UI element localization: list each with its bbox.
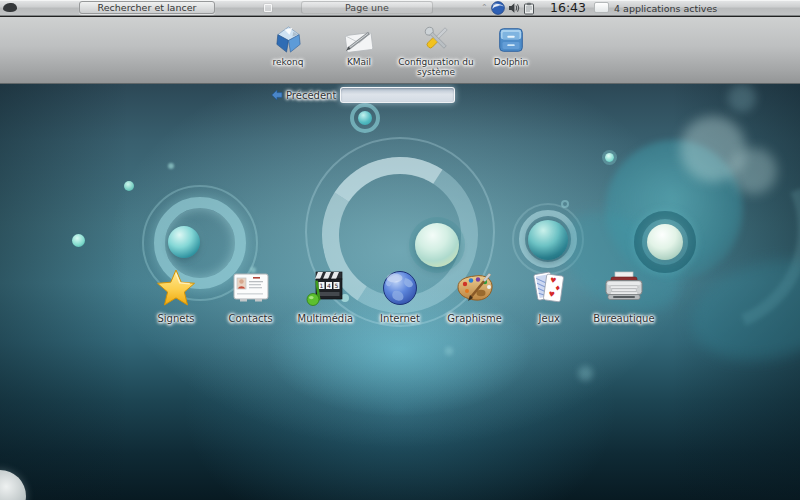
category-label: Internet xyxy=(380,313,420,324)
favorite-kmail[interactable]: KMail xyxy=(324,20,394,78)
search-input[interactable] xyxy=(340,87,455,103)
bubble-dot xyxy=(728,84,756,112)
games-cards-icon: ♥ ♦ ♥ xyxy=(531,266,567,310)
panel-toolbox-icon[interactable] xyxy=(3,3,17,13)
category-label: Bureautique xyxy=(593,313,654,324)
multimedia-clapper-icon: 1 4 5 xyxy=(305,266,345,310)
category-grid: Signets xyxy=(139,266,661,324)
page-tab-label: Page une xyxy=(345,2,389,13)
contacts-card-icon xyxy=(231,266,271,310)
category-contacts[interactable]: Contacts xyxy=(214,266,288,324)
system-settings-icon xyxy=(419,20,454,56)
favorites-strip: rekonq KMail xyxy=(0,17,800,84)
task-count-label[interactable]: 4 applications actives xyxy=(614,3,717,14)
favorite-rekonq[interactable]: rekonq xyxy=(252,20,324,78)
category-multimedia[interactable]: 1 4 5 Multimédia xyxy=(288,266,362,324)
plasma-netbook-screen: Rechercher et lancer Page une ⌃ xyxy=(0,0,800,500)
favorite-label: rekonq xyxy=(273,58,304,68)
clock[interactable]: 16:43 xyxy=(550,0,586,16)
category-graphisme[interactable]: Graphisme xyxy=(438,266,512,324)
graphics-palette-icon xyxy=(454,266,496,310)
category-signets[interactable]: Signets xyxy=(139,266,213,324)
bubble-ball xyxy=(168,226,200,258)
bubble-dot xyxy=(124,181,134,191)
category-label: Contacts xyxy=(229,313,273,324)
window-list-icon[interactable] xyxy=(594,2,609,13)
internet-globe-icon xyxy=(381,266,419,310)
bubble-dot xyxy=(561,200,569,208)
category-label: Graphisme xyxy=(447,313,502,324)
activity-tab-label: Rechercher et lancer xyxy=(98,2,197,13)
svg-text:1: 1 xyxy=(320,282,324,289)
corner-bubble xyxy=(0,470,26,500)
bubble-ball xyxy=(358,111,372,125)
bubble-ball xyxy=(647,224,683,260)
system-tray: ⌃ xyxy=(481,1,535,15)
category-label: Jeux xyxy=(539,313,560,324)
bookmarks-star-icon xyxy=(155,266,197,310)
favorite-system-settings[interactable]: Configuration du système xyxy=(394,20,478,78)
network-globe-icon[interactable] xyxy=(491,1,505,15)
bubble-dot xyxy=(168,163,174,169)
favorite-label: Configuration du système xyxy=(394,58,478,78)
bubble-dot xyxy=(605,153,614,162)
bubble-soft xyxy=(731,148,777,194)
rekonq-icon xyxy=(272,20,305,56)
category-jeux[interactable]: ♥ ♦ ♥ Jeux xyxy=(512,266,586,324)
bubble-dot xyxy=(445,347,453,355)
favorite-label: Dolphin xyxy=(494,58,529,68)
favorites-row: rekonq KMail xyxy=(252,20,544,78)
page-icon[interactable] xyxy=(264,4,272,12)
desktop: Précédent Signets xyxy=(0,84,800,500)
category-label: Multimédia xyxy=(298,313,354,324)
category-bureautique[interactable]: Bureautique xyxy=(587,266,661,324)
favorite-label: KMail xyxy=(347,58,371,68)
volume-icon[interactable] xyxy=(508,2,520,14)
top-panel: Rechercher et lancer Page une ⌃ xyxy=(0,0,800,16)
previous-button[interactable]: Précédent xyxy=(271,87,336,103)
back-arrow-icon xyxy=(271,89,283,101)
category-internet[interactable]: Internet xyxy=(363,266,437,324)
svg-text:4: 4 xyxy=(327,282,331,289)
page-tab[interactable]: Page une xyxy=(301,1,433,14)
category-label: Signets xyxy=(157,313,194,324)
activity-tab-search-and-launch[interactable]: Rechercher et lancer xyxy=(79,1,215,14)
svg-text:5: 5 xyxy=(335,282,339,289)
kmail-icon xyxy=(342,20,376,56)
bubble-dot xyxy=(578,366,593,381)
svg-text:♥: ♥ xyxy=(548,290,555,299)
bubble-dot xyxy=(72,234,85,247)
clipboard-icon[interactable] xyxy=(523,2,535,15)
bubble-ball xyxy=(415,223,459,267)
dolphin-icon xyxy=(495,20,527,56)
office-typewriter-icon xyxy=(602,266,646,310)
systray-expand-icon[interactable]: ⌃ xyxy=(481,3,488,13)
previous-button-label: Précédent xyxy=(286,90,336,101)
favorite-dolphin[interactable]: Dolphin xyxy=(478,20,544,78)
